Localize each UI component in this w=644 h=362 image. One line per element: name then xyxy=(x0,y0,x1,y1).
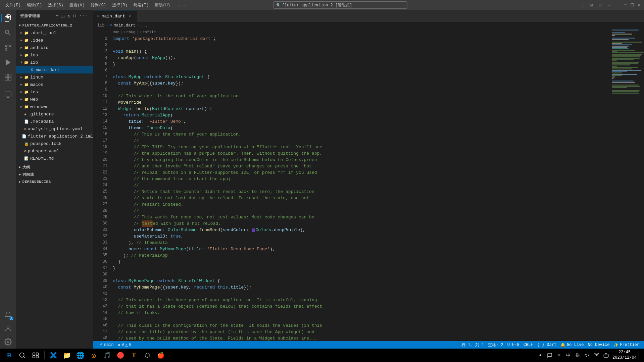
account-activity-icon[interactable] xyxy=(1,322,15,335)
search-activity-icon[interactable] xyxy=(1,26,15,40)
remote-activity-icon[interactable] xyxy=(1,88,15,101)
code-line-23[interactable]: // the command line to start the app). xyxy=(110,176,610,182)
status-prettier[interactable]: ✨ Prettier xyxy=(611,341,641,349)
app-chrome-icon[interactable]: ◎ xyxy=(88,349,100,361)
breadcrumb-more[interactable]: ... xyxy=(141,23,148,28)
menu-terminal[interactable]: 终端(T) xyxy=(131,2,152,9)
code-line-16[interactable]: // This is the theme of your application… xyxy=(110,131,610,138)
app-other3-icon[interactable]: T xyxy=(128,349,140,361)
code-line-24[interactable]: // xyxy=(110,182,610,189)
code-line-9[interactable] xyxy=(110,87,610,93)
tree-item-main-dart[interactable]: D main.dart xyxy=(16,66,93,73)
menu-goto[interactable]: 转到(G) xyxy=(88,2,109,9)
taskbar-ime-pin[interactable]: 拼 xyxy=(574,351,582,360)
app-other5-icon[interactable]: 🍎 xyxy=(155,349,167,361)
taskbar-up-arrow[interactable]: ▲ xyxy=(536,351,545,360)
tree-item-gitignore[interactable]: ▶ ◈ .gitignore xyxy=(16,110,93,118)
code-line-47[interactable]: // case the title) provided by the paren… xyxy=(110,329,610,335)
taskbar-ime-zh[interactable]: 中 xyxy=(564,351,573,360)
code-line-10[interactable]: // This widget is the root of your appli… xyxy=(110,93,610,99)
tree-item-dart_tool[interactable]: ▶ 📁 .dart_tool xyxy=(16,29,93,37)
taskbar-network-icon[interactable] xyxy=(592,351,601,360)
code-line-22[interactable]: // reload" button in a Flutter-supported… xyxy=(110,169,610,176)
color-swatch[interactable] xyxy=(252,228,255,232)
code-line-25[interactable]: // Notice that the counter didn't reset … xyxy=(110,189,610,195)
minimap[interactable] xyxy=(610,29,644,341)
project-root[interactable]: ▼ FLUTTER_APPLICATION_2 xyxy=(16,22,93,29)
status-eol[interactable]: CRLF xyxy=(522,341,535,349)
code-line-21[interactable]: // and then invoke "hot reload" (save yo… xyxy=(110,163,610,169)
status-golive[interactable]: 🔔 Go Live xyxy=(558,341,586,349)
tab-close-icon[interactable]: ✕ xyxy=(127,13,133,19)
code-line-1[interactable]: import 'package:flutter/material.dart'; xyxy=(110,36,610,42)
code-line-27[interactable]: // restart instead. xyxy=(110,201,610,208)
code-line-26[interactable]: // state is not lost during the reload. … xyxy=(110,195,610,201)
notification-icon[interactable]: 大 xyxy=(1,308,15,322)
taskbar-keyboard-icon[interactable]: ⌨ xyxy=(555,351,563,360)
maximize-button[interactable]: □ xyxy=(630,3,635,7)
code-line-7[interactable]: class MyApp extends StatelessWidget { xyxy=(110,74,610,80)
status-no-device[interactable]: No Device xyxy=(586,341,612,349)
code-line-2[interactable] xyxy=(110,42,610,48)
code-line-11[interactable]: @override xyxy=(110,99,610,106)
status-position[interactable]: 行 1, 列 1 xyxy=(459,341,486,349)
search-taskbar-icon[interactable] xyxy=(16,349,28,361)
debug-activity-icon[interactable] xyxy=(1,56,15,69)
tree-item-windows[interactable]: ▶ 📁 windows xyxy=(16,103,93,110)
new-folder-icon[interactable]: ⬚ xyxy=(61,12,65,19)
tree-item-ios[interactable]: ▶ 📁 ios xyxy=(16,51,93,59)
run-link[interactable]: Run xyxy=(113,29,119,36)
app-other2-icon[interactable]: 🔴 xyxy=(114,349,127,361)
explorer-taskbar-icon[interactable]: 📁 xyxy=(61,349,73,361)
code-line-3[interactable]: void main() { xyxy=(110,48,610,55)
code-line-4[interactable]: runApp(const MyApp()); xyxy=(110,55,610,61)
status-spaces[interactable]: 空格: 2 xyxy=(486,341,505,349)
code-line-31[interactable]: colorScheme: ColorScheme.fromSeed(seedCo… xyxy=(110,227,610,233)
code-line-41[interactable] xyxy=(110,291,610,297)
menu-view[interactable]: 查看(V) xyxy=(67,2,88,9)
customize-icon[interactable]: ⋯ xyxy=(606,2,612,8)
collapse-all-icon[interactable]: ⊟ xyxy=(72,12,77,19)
menu-edit[interactable]: 编辑(E) xyxy=(24,2,45,9)
nav-forward[interactable]: → xyxy=(183,2,186,8)
menu-file[interactable]: 文件(F) xyxy=(3,2,23,9)
panel-icon[interactable]: ⊟ xyxy=(597,2,603,8)
close-button[interactable]: ✕ xyxy=(637,3,641,7)
layout-icon[interactable]: ⬚ xyxy=(579,2,586,8)
task-view-icon[interactable] xyxy=(30,349,42,361)
tree-item-test[interactable]: ▶ 📁 test xyxy=(16,88,93,96)
profile-link[interactable]: Profile xyxy=(140,29,156,36)
explorer-activity-icon[interactable] xyxy=(1,11,15,25)
code-line-6[interactable] xyxy=(110,67,610,74)
code-line-13[interactable]: return MaterialApp( xyxy=(110,112,610,118)
code-line-17[interactable]: // xyxy=(110,138,610,144)
tree-item-web[interactable]: ▶ 📁 web xyxy=(16,96,93,103)
code-line-44[interactable]: // how it looks. xyxy=(110,310,610,316)
code-line-12[interactable]: Widget build(BuildContext context) { xyxy=(110,106,610,112)
code-line-32[interactable]: useMaterial3: true, xyxy=(110,233,610,240)
tree-item-analysis[interactable]: ▶ ⚙ analysis_options.yaml xyxy=(16,125,93,133)
tree-item-pubspec-lock[interactable]: ▶ 🔒 pubspec.lock xyxy=(16,140,93,147)
code-line-46[interactable]: // This class is the configuration for t… xyxy=(110,322,610,329)
code-line-5[interactable]: } xyxy=(110,61,610,67)
code-line-8[interactable]: const MyApp({super.key}); xyxy=(110,80,610,87)
tree-item-metadata[interactable]: ▶ 📄 .metadata xyxy=(16,118,93,125)
code-area[interactable]: Run | Debug | Profile import 'package:fl… xyxy=(110,29,610,341)
outline-section[interactable]: ▶ 大纲 xyxy=(16,163,93,171)
code-line-29[interactable]: // This works for code too, not just val… xyxy=(110,214,610,220)
code-line-37[interactable]: } xyxy=(110,265,610,271)
code-line-34[interactable]: home: const MyHomePage(title: 'Flutter D… xyxy=(110,246,610,252)
taskbar-show-desktop[interactable] xyxy=(639,351,641,360)
app-other4-icon[interactable]: ⬡ xyxy=(141,349,153,361)
timeline-section[interactable]: ▶ 时间线 xyxy=(16,171,93,178)
code-line-20[interactable]: // try changing the seedColor in the col… xyxy=(110,157,610,163)
extensions-activity-icon[interactable] xyxy=(1,70,15,84)
code-line-38[interactable] xyxy=(110,271,610,278)
editor-content[interactable]: 1 2 3 4 5 6 7 8 9 10 11 12 13 14 15 16 1 xyxy=(93,29,644,341)
code-line-19[interactable]: // the application has a purple toolbar.… xyxy=(110,150,610,157)
title-search[interactable]: 🔍 flutter_application_2 [管理员] xyxy=(273,1,407,9)
app-other1-icon[interactable]: 🎵 xyxy=(101,349,113,361)
menu-run[interactable]: 运行(R) xyxy=(109,2,130,9)
code-line-39[interactable]: class MyHomePage extends StatefulWidget … xyxy=(110,278,610,284)
debug-link[interactable]: Debug xyxy=(124,29,135,36)
